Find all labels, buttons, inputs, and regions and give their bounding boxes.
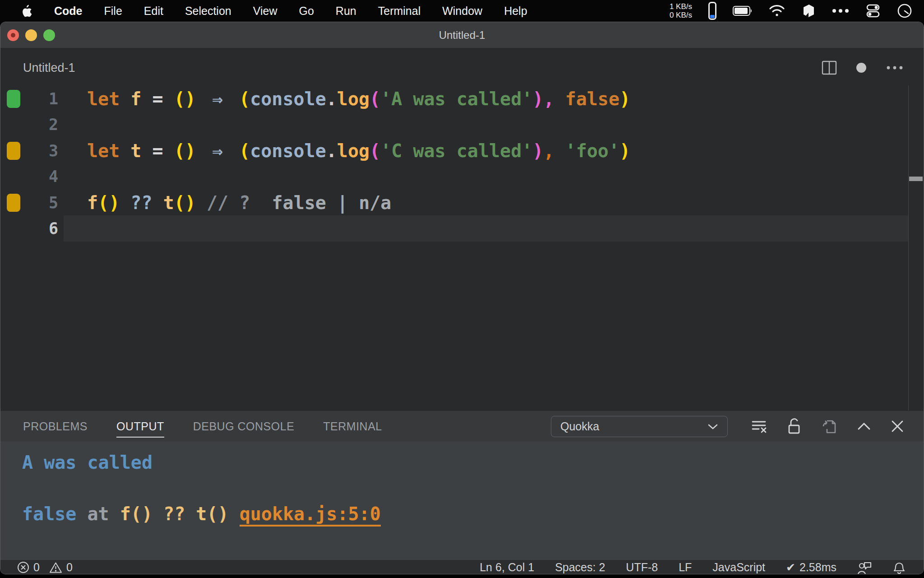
output-file-link[interactable]: quokka.js:5:0	[240, 503, 381, 527]
warning-icon	[49, 562, 62, 573]
minimize-window-button[interactable]	[25, 29, 37, 41]
clear-output-icon[interactable]	[751, 419, 767, 434]
editor-title-area: Untitled-1	[0, 48, 924, 88]
editor-scrollbar[interactable]	[908, 85, 924, 410]
wifi-icon[interactable]	[769, 5, 785, 17]
editor-line[interactable]: 3let t = () ⇒ (console.log('C was called…	[0, 138, 924, 164]
problems-indicator[interactable]: 0 0	[17, 561, 73, 574]
network-speed-indicator[interactable]: 1 KB/s 0 KB/s	[670, 2, 692, 19]
output-console[interactable]: A was calledfalse at f() ?? t() quokka.j…	[0, 442, 924, 559]
language-indicator[interactable]: JavaScript	[712, 561, 765, 574]
code-token: .	[326, 140, 337, 161]
code-token	[196, 192, 207, 213]
menu-item-view[interactable]: View	[253, 5, 277, 18]
window-titlebar[interactable]: Untitled-1	[0, 22, 924, 48]
open-file-name[interactable]: Untitled-1	[23, 48, 75, 88]
close-window-button[interactable]	[7, 29, 19, 41]
unsaved-changes-indicator[interactable]	[856, 62, 867, 73]
maximize-panel-icon[interactable]	[857, 422, 871, 431]
quokka-coverage-marker-amber[interactable]	[7, 142, 20, 160]
tab-terminal[interactable]: TERMINAL	[323, 411, 382, 442]
line-number[interactable]: 1	[20, 90, 58, 108]
tab-output[interactable]: OUTPUT	[116, 411, 164, 442]
code-token: 'C was called'	[380, 140, 532, 161]
tab-problems[interactable]: PROBLEMS	[23, 411, 88, 442]
indent-indicator[interactable]: Spaces: 2	[555, 561, 605, 574]
menu-item-terminal[interactable]: Terminal	[378, 5, 420, 18]
code-token: (	[239, 89, 250, 109]
code-token	[163, 140, 174, 161]
quokka-coverage-marker-green[interactable]	[7, 90, 20, 108]
more-actions-icon[interactable]	[886, 65, 904, 70]
editor-line[interactable]: 4	[0, 164, 924, 190]
menu-item-selection[interactable]: Selection	[185, 5, 231, 18]
menu-item-window[interactable]: Window	[442, 5, 482, 18]
line-number[interactable]: 5	[20, 194, 58, 212]
close-panel-icon[interactable]	[891, 420, 904, 433]
code-token	[196, 89, 207, 109]
encoding-indicator[interactable]: UTF-8	[626, 561, 658, 574]
code-token	[196, 140, 207, 161]
code-token	[163, 89, 174, 109]
quokka-coverage-marker-amber[interactable]	[7, 194, 20, 212]
editor-line-text: let t = () ⇒ (console.log('C was called'…	[87, 140, 630, 161]
editor-line[interactable]: 1let f = () ⇒ (console.log('A was called…	[0, 86, 924, 112]
more-status-icon[interactable]	[832, 9, 849, 13]
vscode-window: Untitled-1 Untitled-1	[0, 22, 924, 574]
line-number[interactable]: 4	[20, 168, 58, 186]
apple-menu-icon[interactable]	[21, 4, 32, 18]
line-col-indicator[interactable]: Ln 6, Col 1	[480, 561, 534, 574]
code-token: false | n/a	[261, 192, 391, 213]
menu-item-file[interactable]: File	[104, 5, 122, 18]
quokka-perf-indicator[interactable]: ✔ 2.58ms	[786, 561, 836, 574]
error-count: 0	[33, 561, 40, 574]
clock-status-icon[interactable]	[897, 3, 912, 19]
output-lines: A was calledfalse at f() ?? t() quokka.j…	[22, 449, 915, 527]
menu-item-go[interactable]: Go	[299, 5, 314, 18]
code-token: ,	[543, 89, 554, 109]
check-icon: ✔	[786, 561, 795, 574]
battery-icon[interactable]	[733, 6, 753, 16]
code-token: false	[22, 503, 76, 524]
app-box-icon[interactable]	[801, 3, 816, 19]
menu-item-edit[interactable]: Edit	[144, 5, 163, 18]
code-token	[76, 503, 87, 524]
notifications-bell-icon[interactable]	[893, 560, 906, 574]
menu-item-help[interactable]: Help	[504, 5, 527, 18]
code-token	[120, 192, 130, 213]
device-battery-meter-icon[interactable]	[708, 2, 716, 20]
line-number[interactable]: 3	[20, 142, 58, 160]
editor-line[interactable]: 2	[0, 112, 924, 138]
control-center-icon[interactable]	[865, 4, 881, 18]
editor-line-text: let f = () ⇒ (console.log('A was called'…	[87, 89, 630, 109]
code-token: let	[87, 89, 120, 109]
feedback-icon[interactable]	[857, 561, 872, 574]
editor-line[interactable]: 6	[0, 216, 924, 242]
eol-indicator[interactable]: LF	[679, 561, 692, 574]
output-line-text: false at f() ?? t() quokka.js:5:0	[22, 503, 381, 524]
code-token: console	[250, 140, 326, 161]
code-lines: 1let f = () ⇒ (console.log('A was called…	[0, 86, 924, 242]
output-channel-dropdown[interactable]: Quokka	[551, 416, 728, 437]
code-token: )	[619, 140, 630, 161]
code-editor[interactable]: 1let f = () ⇒ (console.log('A was called…	[0, 88, 924, 410]
open-output-in-editor-icon[interactable]	[822, 418, 837, 434]
menu-item-code[interactable]: Code	[54, 5, 83, 18]
split-editor-icon[interactable]	[822, 61, 837, 75]
line-number[interactable]: 2	[20, 116, 58, 134]
menu-item-run[interactable]: Run	[336, 5, 356, 18]
gutter-spacer	[7, 116, 20, 134]
code-token: )	[619, 89, 630, 109]
zoom-window-button[interactable]	[43, 29, 55, 41]
code-token	[228, 89, 239, 109]
gutter-spacer	[7, 168, 20, 186]
unlock-icon[interactable]	[787, 418, 802, 434]
tab-debug-console[interactable]: DEBUG CONSOLE	[193, 411, 295, 442]
code-token: 'foo'	[565, 140, 619, 161]
editor-line[interactable]: 5f() ?? t() // ? false | n/a	[0, 190, 924, 216]
code-token: A was called	[22, 452, 152, 473]
code-token: )	[532, 89, 543, 109]
code-token: console	[250, 89, 326, 109]
line-number[interactable]: 6	[20, 219, 58, 238]
code-token: t	[130, 140, 141, 161]
